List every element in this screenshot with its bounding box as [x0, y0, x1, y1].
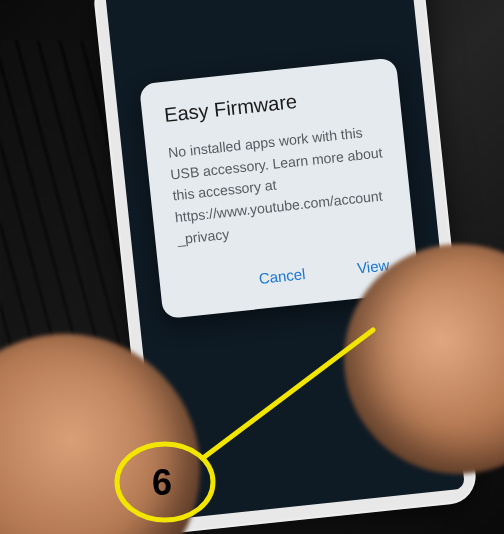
cancel-button[interactable]: Cancel [255, 259, 308, 293]
dialog-body: No installed apps work with this USB acc… [167, 120, 393, 250]
dialog-title: Easy Firmware [163, 81, 380, 126]
